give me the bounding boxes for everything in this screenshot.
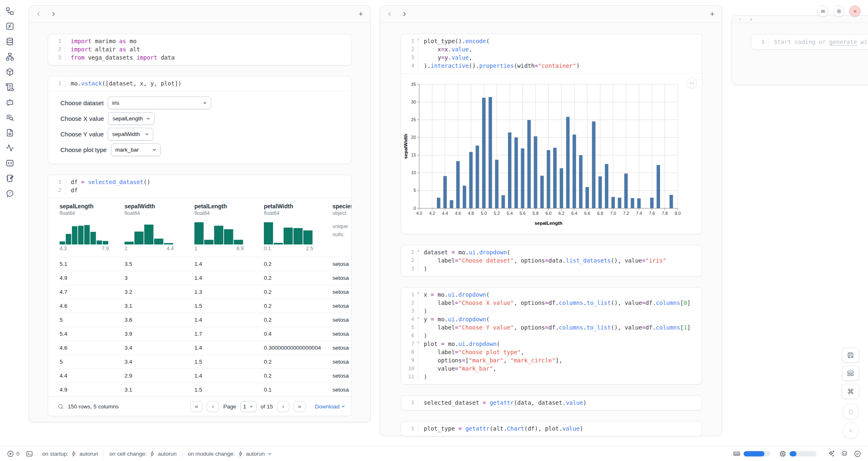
settings-button[interactable] (833, 5, 845, 17)
code-editor[interactable]: 1∨x = mo.ui.dropdown(2 label="Choose X v… (401, 288, 702, 384)
code-editor[interactable]: 1plot_type = getattr(alt.Chart(df), plot… (401, 422, 702, 436)
choose-plot-type-select[interactable]: mark_bar (111, 143, 161, 156)
function-button[interactable] (5, 21, 15, 31)
fold-marker-icon[interactable]: ∨ (417, 38, 419, 41)
scroll-button[interactable] (5, 82, 15, 92)
column-header[interactable]: petalLengthfloat6416.9 (194, 203, 264, 251)
fold-marker-icon[interactable]: ∨ (417, 316, 419, 320)
document-button[interactable] (5, 128, 15, 138)
line-number: 2 (401, 45, 418, 53)
code-editor[interactable]: 1selected_dataset = getattr(data, datase… (401, 396, 702, 410)
empty-code-cell[interactable]: 1 Start coding or generate with (751, 34, 868, 50)
fold-marker-icon[interactable]: ∨ (417, 341, 419, 344)
search-icon[interactable] (57, 403, 64, 410)
column-histogram (125, 221, 174, 244)
code-editor[interactable]: 1import marimo as mo2import altair as al… (48, 34, 351, 65)
panel-forward-button[interactable] (50, 11, 57, 17)
on-startup-setting[interactable]: on startup: autorun (42, 451, 99, 457)
chevron-down-icon (152, 147, 157, 152)
select-value: mark_bar (115, 147, 139, 153)
fold-marker-icon[interactable]: ∨ (417, 292, 419, 295)
prev-page-button[interactable]: ‹ (207, 401, 219, 412)
code-editor[interactable]: 1∨plot_type().encode(2 x=x.value,3 y=y.v… (401, 34, 702, 73)
line-number: 4∨ (401, 315, 418, 323)
panel-back-button[interactable] (386, 11, 393, 17)
next-page-button[interactable]: › (277, 401, 289, 412)
stop-icon (847, 408, 854, 415)
column-name: petalLength (194, 203, 264, 210)
table-row[interactable]: 53.41.50.2setosa (60, 355, 351, 369)
svg-text:0: 0 (413, 206, 416, 211)
code-editor[interactable]: 1df = selected_dataset()2df (48, 175, 351, 198)
column-header[interactable]: petalWidthfloat640.12.5 (264, 203, 332, 251)
fold-marker-icon[interactable]: ∨ (417, 249, 419, 253)
code-cell-plot-type: 1plot_type = getattr(alt.Chart(df), plot… (401, 421, 702, 436)
last-page-button[interactable]: » (293, 401, 306, 412)
save-button[interactable] (842, 348, 859, 363)
column-header[interactable]: speciesobjectuniquenulls: (332, 203, 351, 251)
svg-text:5.2: 5.2 (494, 211, 500, 216)
code-editor[interactable]: 1mo.vstack([dataset, x, y, plot]) (48, 76, 351, 91)
table-cell: 3.1 (125, 303, 194, 309)
add-cell-button[interactable] (709, 11, 716, 17)
table-row[interactable]: 4.63.41.40.30000000000000004setosa (60, 341, 351, 355)
table-row[interactable]: 4.73.21.30.2setosa (60, 285, 351, 299)
package-button[interactable] (5, 67, 15, 77)
panel-back-button[interactable] (35, 11, 42, 17)
table-row[interactable]: 4.42.91.40.2setosa (60, 369, 351, 383)
close-button[interactable] (849, 5, 861, 17)
table-row[interactable]: 53.61.40.2setosa (60, 313, 351, 327)
connection-status-button[interactable] (854, 450, 861, 458)
table-row[interactable]: 4.93.11.50.1setosa (60, 383, 351, 396)
code-editor[interactable]: 1∨dataset = mo.ui.dropdown(2 label="Choo… (401, 245, 702, 276)
code-line: 2 label="Choose X value", options=df.col… (401, 299, 702, 307)
generate-link[interactable]: generate (829, 39, 857, 45)
function-icon (5, 22, 14, 31)
table-row[interactable]: 4.931.40.2setosa (60, 271, 351, 285)
search-list-button[interactable] (5, 113, 15, 122)
on-module-change-setting[interactable]: on module change: autorun (188, 451, 273, 457)
database-button[interactable] (5, 37, 15, 46)
choose-y-value-select[interactable]: sepalWidth (108, 128, 153, 141)
run-button[interactable] (843, 422, 859, 439)
add-cell-button[interactable] (358, 11, 364, 17)
activity-button[interactable] (5, 143, 15, 153)
panel-forward-button[interactable] (401, 11, 408, 17)
download-button[interactable]: Download (315, 403, 346, 410)
dependency-graph-button[interactable] (5, 52, 15, 62)
panel-forward-button[interactable] (749, 17, 753, 21)
table-row[interactable]: 5.13.51.40.2setosa (60, 257, 351, 271)
ai-assistant-button[interactable] (827, 450, 835, 458)
file-tree-button[interactable] (5, 6, 15, 16)
table-row[interactable]: 5.43.91.70.4setosa (60, 327, 351, 341)
help-button[interactable]: ? (5, 189, 15, 198)
copilot-button[interactable] (840, 450, 848, 458)
on-cell-change-setting[interactable]: on cell change: autorun (109, 451, 177, 457)
choose-x-value-select[interactable]: sepalLength (108, 112, 155, 125)
shortcuts-button[interactable]: ⌘ (842, 384, 859, 399)
column-header[interactable]: sepalLengthfloat644.37.9 (60, 203, 125, 251)
chatbot-button[interactable] (5, 97, 15, 107)
stop-button[interactable] (843, 403, 859, 420)
svg-text:6.0: 6.0 (545, 211, 552, 216)
choose-dataset-select[interactable]: iris (108, 97, 211, 109)
terminal-button[interactable] (25, 450, 33, 458)
table-cell: 4.6 (60, 303, 125, 309)
table-cell: setosa (332, 331, 351, 337)
errors-button[interactable]: 0 (7, 450, 20, 458)
output-menu-button[interactable] (686, 78, 697, 88)
first-page-button[interactable]: « (190, 401, 203, 412)
line-number: 1 (48, 178, 65, 186)
table-cell: 1.3 (194, 289, 264, 295)
scratchpad-button[interactable] (5, 173, 15, 183)
table-row[interactable]: 4.63.11.50.2setosa (60, 299, 351, 313)
panel-back-button[interactable] (738, 17, 742, 21)
control-label: Choose plot type (60, 146, 107, 153)
altair-bar-chart[interactable]: 4.04.24.44.64.85.05.25.45.65.86.06.26.46… (403, 78, 692, 230)
column-header[interactable]: sepalWidthfloat6424.4 (125, 203, 194, 251)
layout-button[interactable] (842, 366, 859, 381)
page-select[interactable]: 1 (240, 401, 256, 412)
menu-button[interactable] (817, 5, 829, 17)
snippets-button[interactable] (5, 158, 15, 168)
code-cell-vstack: 1mo.vstack([dataset, x, y, plot]) Choose… (48, 76, 352, 164)
